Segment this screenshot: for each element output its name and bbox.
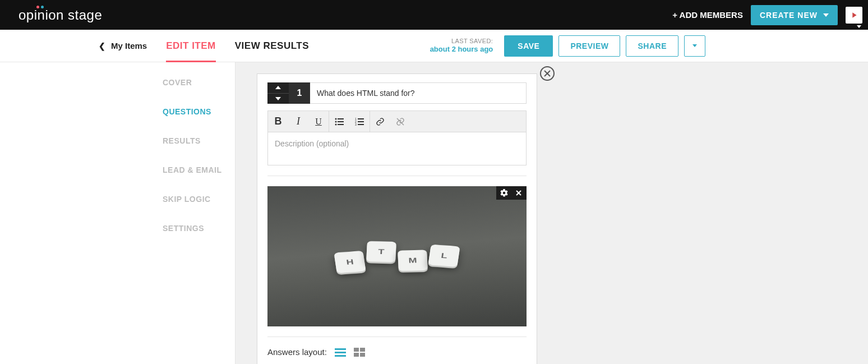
svg-rect-7 (338, 124, 344, 125)
tab-view-results[interactable]: VIEW RESULTS (235, 30, 309, 62)
sidebar-item-cover[interactable]: COVER (163, 78, 235, 87)
sidebar: COVER QUESTIONS RESULTS LEAD & EMAIL SKI… (0, 62, 236, 364)
svg-point-4 (335, 121, 337, 122)
subheader-right: LAST SAVED: about 2 hours ago SAVE PREVI… (430, 35, 705, 57)
close-icon (544, 70, 551, 77)
tile-m: M (398, 250, 428, 271)
unlink-button[interactable] (390, 111, 410, 132)
logo-text: opinion stage (19, 7, 102, 23)
close-icon (514, 188, 523, 197)
divider (267, 176, 527, 176)
question-card: 1 What does HTML stand for? B I U 123 (257, 73, 537, 364)
question-media[interactable]: H T M L (267, 186, 527, 326)
svg-rect-21 (360, 353, 365, 357)
media-controls (496, 186, 527, 200)
sub-header: ❮ My Items EDIT ITEM VIEW RESULTS LAST S… (0, 30, 868, 62)
add-members-button[interactable]: + ADD MEMBERS (672, 10, 743, 20)
logo-dots-icon (36, 6, 44, 8)
subheader-left: ❮ My Items EDIT ITEM VIEW RESULTS (99, 30, 309, 62)
caret-down-icon (692, 44, 697, 47)
tab-edit-item[interactable]: EDIT ITEM (166, 30, 216, 62)
link-button[interactable] (370, 111, 390, 132)
underline-button[interactable]: U (308, 111, 329, 132)
bullet-list-button[interactable] (329, 111, 349, 132)
description-input[interactable]: Description (optional) (268, 132, 526, 165)
create-new-label: CREATE NEW (760, 11, 818, 20)
user-avatar[interactable] (846, 7, 862, 24)
move-up-button[interactable] (267, 82, 289, 94)
answers-layout-label: Answers layout: (267, 347, 327, 357)
avatar-caret-icon (857, 25, 861, 28)
top-bar: opinion stage + ADD MEMBERS CREATE NEW (0, 0, 868, 30)
main: COVER QUESTIONS RESULTS LEAD & EMAIL SKI… (0, 62, 868, 364)
bold-button[interactable]: B (268, 111, 288, 132)
description-editor: B I U 123 (267, 110, 527, 165)
sidebar-item-lead-email[interactable]: LEAD & EMAIL (163, 165, 235, 174)
editor-toolbar: B I U 123 (268, 111, 526, 132)
more-actions-button[interactable] (684, 35, 705, 57)
svg-text:3: 3 (355, 123, 357, 126)
move-down-button[interactable] (267, 94, 289, 104)
svg-rect-18 (354, 348, 359, 352)
divider (267, 337, 527, 337)
gear-icon (500, 188, 509, 197)
top-actions: + ADD MEMBERS CREATE NEW (672, 5, 862, 25)
link-icon (376, 117, 385, 126)
layout-grid-icon (354, 348, 365, 357)
svg-rect-20 (354, 353, 359, 357)
reorder-arrows (267, 82, 289, 104)
media-image: H T M L (267, 186, 527, 326)
question-number: 1 (289, 82, 310, 104)
share-button[interactable]: SHARE (626, 35, 678, 57)
svg-rect-19 (360, 348, 365, 352)
svg-rect-15 (335, 348, 346, 350)
back-label: My Items (111, 41, 147, 50)
layout-list-icon (335, 348, 346, 357)
chevron-left-icon: ❮ (99, 42, 105, 50)
svg-rect-11 (358, 121, 364, 122)
svg-point-2 (335, 118, 337, 119)
sidebar-item-questions[interactable]: QUESTIONS (163, 107, 235, 116)
tile-l: L (428, 245, 460, 267)
logo[interactable]: opinion stage (10, 7, 102, 23)
caret-down-icon (823, 13, 829, 17)
unlink-icon (396, 117, 405, 126)
svg-rect-17 (335, 355, 346, 357)
bullet-list-icon (335, 118, 344, 126)
preview-button[interactable]: PREVIEW (558, 35, 620, 57)
numbered-list-button[interactable]: 123 (349, 111, 370, 132)
create-new-button[interactable]: CREATE NEW (751, 5, 838, 25)
question-title-input[interactable]: What does HTML stand for? (310, 82, 527, 104)
sidebar-item-skip-logic[interactable]: SKIP LOGIC (163, 195, 235, 204)
layout-list-button[interactable] (335, 348, 346, 357)
editor-canvas: 1 What does HTML stand for? B I U 123 (236, 62, 868, 364)
media-settings-button[interactable] (500, 188, 509, 197)
layout-grid-button[interactable] (354, 348, 365, 357)
last-saved-label: LAST SAVED: (430, 37, 493, 45)
media-remove-button[interactable] (514, 188, 523, 197)
svg-rect-9 (358, 118, 364, 119)
back-my-items[interactable]: ❮ My Items (99, 41, 147, 50)
avatar-icon (849, 11, 858, 20)
last-saved: LAST SAVED: about 2 hours ago (430, 37, 493, 54)
italic-button[interactable]: I (288, 111, 308, 132)
svg-rect-13 (358, 124, 364, 125)
svg-rect-5 (338, 121, 344, 122)
svg-point-6 (335, 123, 337, 125)
tile-h: H (334, 251, 366, 273)
tile-t: T (366, 241, 396, 262)
media-tiles: H T M L (335, 245, 459, 265)
question-title-row: 1 What does HTML stand for? (267, 82, 527, 104)
svg-rect-3 (338, 118, 344, 119)
last-saved-value: about 2 hours ago (430, 45, 493, 54)
close-card-button[interactable] (540, 66, 555, 81)
numbered-list-icon: 123 (355, 118, 364, 126)
sidebar-item-settings[interactable]: SETTINGS (163, 224, 235, 233)
sidebar-item-results[interactable]: RESULTS (163, 136, 235, 145)
answers-layout: Answers layout: (267, 347, 527, 357)
save-button[interactable]: SAVE (504, 35, 553, 57)
svg-rect-16 (335, 352, 346, 353)
